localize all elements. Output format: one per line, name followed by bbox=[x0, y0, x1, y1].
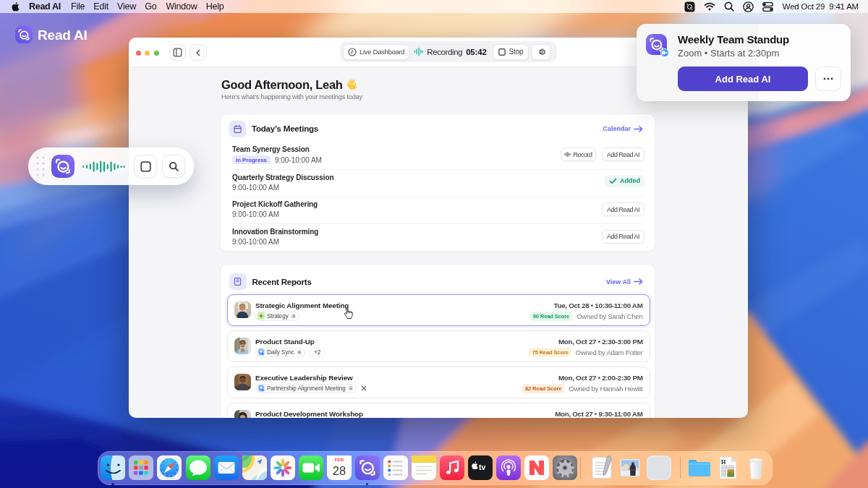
svg-text:28: 28 bbox=[332, 464, 345, 477]
svg-text:tv: tv bbox=[479, 463, 485, 471]
svg-text:FEB: FEB bbox=[334, 457, 344, 462]
svg-text:H: H bbox=[721, 459, 726, 466]
